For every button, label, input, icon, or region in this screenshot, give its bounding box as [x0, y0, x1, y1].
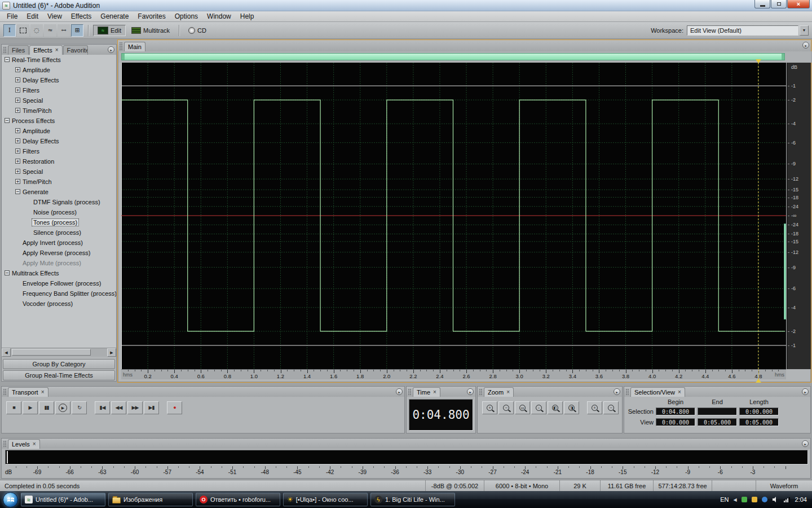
- taskbar-button-2[interactable]: OОтветить • roboforu...: [196, 493, 280, 506]
- tree-item[interactable]: +Special: [2, 167, 116, 177]
- zoom-in-left-edge-button[interactable]: ◧: [548, 401, 563, 414]
- tree-item[interactable]: Vocoder (process): [2, 299, 116, 309]
- rewind-button[interactable]: ◀◀: [111, 401, 126, 414]
- selection-view-panel-menu-button[interactable]: ▸: [802, 388, 809, 395]
- group-by-category-button[interactable]: Group By Category: [3, 359, 115, 369]
- edit-view-button[interactable]: ≈ Edit: [93, 25, 126, 36]
- tree-item[interactable]: +Delay Effects: [2, 136, 116, 146]
- close-icon[interactable]: ×: [55, 48, 59, 52]
- menu-item-help[interactable]: Help: [236, 12, 259, 21]
- time-display[interactable]: 0:04.800: [409, 399, 473, 431]
- playhead-marker-top[interactable]: [756, 59, 761, 63]
- close-icon[interactable]: ×: [433, 390, 436, 395]
- tree-item[interactable]: +Special: [2, 95, 116, 106]
- taskbar-button-1[interactable]: Изображения: [108, 493, 193, 506]
- workspace-select[interactable]: Edit View (Default): [687, 25, 798, 36]
- zoom-in-button[interactable]: +: [482, 401, 497, 414]
- tree-item[interactable]: Frequency Band Splitter (process): [2, 288, 116, 299]
- go-to-beginning-button[interactable]: ▮◀: [95, 401, 110, 414]
- volume-icon[interactable]: [772, 496, 779, 503]
- panel-grip[interactable]: [3, 47, 7, 54]
- zoom-out-vertical-button[interactable]: −: [603, 401, 619, 414]
- tab-favorites[interactable]: Favorites: [63, 45, 88, 55]
- selection-begin-field[interactable]: 0:04.800: [656, 408, 695, 415]
- tree-item[interactable]: −Generate: [2, 187, 116, 197]
- expand-icon[interactable]: +: [15, 67, 20, 72]
- tree-item[interactable]: Apply Invert (process): [2, 238, 116, 248]
- tree-item[interactable]: +Filters: [2, 146, 116, 156]
- tab-levels[interactable]: Levels ×: [8, 439, 40, 449]
- tree-item[interactable]: Envelope Follower (process): [2, 278, 116, 288]
- view-end-field[interactable]: 0:05.000: [698, 418, 737, 426]
- record-button[interactable]: ●: [167, 401, 182, 414]
- zoom-out-button[interactable]: −: [498, 401, 514, 414]
- tree-item[interactable]: Apply Reverse (process): [2, 248, 116, 258]
- effects-tree-hscrollbar[interactable]: ◀ ▶: [2, 348, 116, 357]
- move-clip-tool-button[interactable]: ↔: [58, 24, 70, 37]
- scrollbar-track[interactable]: [11, 348, 107, 357]
- zoom-in-right-edge-button[interactable]: ◨: [564, 401, 579, 414]
- play-button[interactable]: ▶: [23, 401, 38, 414]
- cd-view-button[interactable]: CD: [184, 25, 211, 36]
- taskbar-button-4[interactable]: ϟ1. Big Citi Life - Win...: [370, 493, 455, 506]
- close-button[interactable]: ×: [787, 0, 810, 8]
- overview-scrollbar[interactable]: [121, 53, 785, 60]
- panel-grip[interactable]: [626, 389, 629, 396]
- hidden-icons-arrow[interactable]: ◀: [733, 497, 736, 502]
- play-looped-button[interactable]: ↻: [72, 401, 87, 414]
- tree-item[interactable]: Silence (process): [2, 227, 116, 238]
- expand-icon[interactable]: +: [15, 179, 20, 184]
- collapse-icon[interactable]: −: [5, 118, 10, 123]
- tab-files[interactable]: Files: [8, 45, 29, 55]
- view-begin-field[interactable]: 0:00.000: [656, 418, 695, 426]
- tab-selection-view[interactable]: Selection/View ×: [630, 387, 685, 397]
- tree-item[interactable]: Tones (process): [2, 217, 116, 227]
- start-button[interactable]: [3, 492, 18, 507]
- expand-icon[interactable]: +: [15, 159, 20, 164]
- menu-item-edit[interactable]: Edit: [22, 12, 43, 21]
- tree-item[interactable]: +Filters: [2, 85, 116, 95]
- taskbar-button-0[interactable]: ≈Untitled (6)* - Adob...: [21, 493, 105, 506]
- tree-item[interactable]: −Process Effects: [2, 116, 116, 126]
- zoom-to-selection-button[interactable]: ▫: [531, 401, 546, 414]
- close-icon[interactable]: ×: [33, 442, 36, 446]
- db-ruler[interactable]: dB-1-1-2-2-4-4-6-6-9-9-12-12-15-15-18-18…: [787, 63, 811, 369]
- expand-icon[interactable]: +: [15, 148, 20, 154]
- vertical-scrollbar[interactable]: [784, 224, 786, 319]
- stop-button[interactable]: ■: [6, 401, 21, 414]
- close-icon[interactable]: ×: [41, 390, 45, 395]
- panel-grip[interactable]: [408, 389, 412, 396]
- zoom-panel-menu-button[interactable]: ▸: [614, 388, 620, 395]
- view-length-field[interactable]: 0:05.000: [739, 418, 779, 426]
- restore-button[interactable]: [771, 0, 787, 8]
- hybrid-tool-button[interactable]: ⊞: [71, 24, 83, 37]
- menu-item-effects[interactable]: Effects: [67, 12, 96, 21]
- tree-item[interactable]: DTMF Signals (process): [2, 197, 116, 207]
- fast-forward-button[interactable]: ▶▶: [127, 401, 143, 414]
- tray-icon-blue[interactable]: [762, 497, 767, 502]
- tray-icon-green[interactable]: [742, 497, 747, 502]
- expand-icon[interactable]: +: [15, 98, 20, 103]
- levels-panel-menu-button[interactable]: ▸: [802, 440, 809, 447]
- tree-item[interactable]: +Amplitude: [2, 65, 116, 75]
- expand-icon[interactable]: +: [15, 169, 20, 174]
- expand-icon[interactable]: +: [15, 128, 20, 133]
- expand-icon[interactable]: +: [15, 87, 20, 93]
- group-realtime-effects-button[interactable]: Group Real-Time Effects: [3, 370, 115, 380]
- minimize-button[interactable]: [754, 0, 770, 8]
- scroll-left-arrow[interactable]: ◀: [2, 348, 11, 357]
- collapse-icon[interactable]: −: [5, 270, 10, 275]
- taskbar-clock[interactable]: 2:04: [795, 496, 807, 503]
- expand-icon[interactable]: +: [15, 108, 20, 113]
- tree-item[interactable]: +Amplitude: [2, 126, 116, 136]
- close-icon[interactable]: ×: [506, 390, 510, 395]
- go-to-end-button[interactable]: ▶▮: [144, 401, 159, 414]
- network-icon[interactable]: [783, 496, 791, 503]
- selection-length-field[interactable]: 0:00.000: [739, 408, 779, 415]
- level-meter[interactable]: [5, 450, 808, 465]
- waveform-display[interactable]: [121, 63, 786, 369]
- selection-end-field[interactable]: [698, 408, 737, 415]
- menu-item-options[interactable]: Options: [170, 12, 202, 21]
- panel-grip[interactable]: [479, 389, 483, 396]
- tree-item[interactable]: +Restoration: [2, 156, 116, 167]
